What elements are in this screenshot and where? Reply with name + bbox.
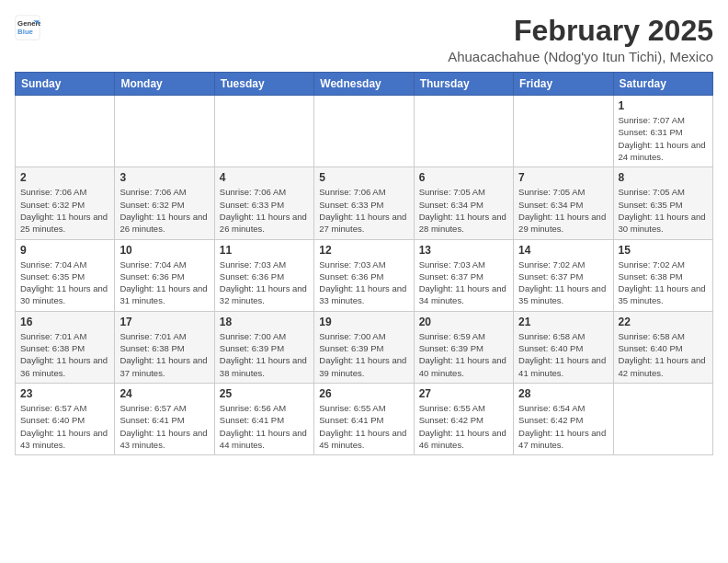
logo-icon: General Blue — [15, 15, 40, 40]
calendar-cell: 24Sunrise: 6:57 AM Sunset: 6:41 PM Dayli… — [115, 383, 214, 454]
calendar-cell — [214, 96, 313, 167]
calendar-header-sunday: Sunday — [16, 73, 115, 96]
day-info: Sunrise: 7:03 AM Sunset: 6:36 PM Dayligh… — [220, 259, 309, 307]
day-number: 21 — [518, 316, 608, 328]
day-number: 24 — [119, 387, 209, 400]
day-number: 17 — [119, 316, 209, 328]
day-info: Sunrise: 6:55 AM Sunset: 6:41 PM Dayligh… — [319, 402, 408, 451]
day-number: 20 — [419, 316, 508, 328]
calendar-header-thursday: Thursday — [414, 73, 513, 96]
day-info: Sunrise: 7:05 AM Sunset: 6:34 PM Dayligh… — [518, 186, 608, 235]
day-number: 7 — [518, 171, 608, 184]
calendar-cell: 3Sunrise: 7:06 AM Sunset: 6:32 PM Daylig… — [115, 167, 214, 239]
calendar-cell: 12Sunrise: 7:03 AM Sunset: 6:36 PM Dayli… — [314, 239, 414, 311]
day-info: Sunrise: 7:04 AM Sunset: 6:36 PM Dayligh… — [119, 259, 209, 307]
calendar-cell — [414, 96, 513, 167]
calendar-cell: 23Sunrise: 6:57 AM Sunset: 6:40 PM Dayli… — [16, 383, 115, 454]
calendar-header-monday: Monday — [115, 73, 214, 96]
day-info: Sunrise: 6:57 AM Sunset: 6:40 PM Dayligh… — [20, 402, 109, 451]
calendar-cell: 2Sunrise: 7:06 AM Sunset: 6:32 PM Daylig… — [16, 167, 115, 239]
day-info: Sunrise: 7:04 AM Sunset: 6:35 PM Dayligh… — [20, 259, 109, 307]
day-number: 28 — [518, 387, 608, 400]
calendar-cell: 17Sunrise: 7:01 AM Sunset: 6:38 PM Dayli… — [115, 311, 214, 383]
day-number: 26 — [319, 387, 408, 400]
day-number: 19 — [319, 316, 408, 328]
calendar-header-tuesday: Tuesday — [214, 73, 313, 96]
day-number: 25 — [220, 387, 309, 400]
day-number: 12 — [319, 244, 408, 257]
day-info: Sunrise: 7:06 AM Sunset: 6:32 PM Dayligh… — [119, 186, 209, 235]
calendar-cell: 25Sunrise: 6:56 AM Sunset: 6:41 PM Dayli… — [214, 383, 313, 454]
day-number: 11 — [220, 244, 309, 257]
day-number: 10 — [119, 244, 209, 257]
calendar-cell: 10Sunrise: 7:04 AM Sunset: 6:36 PM Dayli… — [115, 239, 214, 311]
calendar-cell — [514, 96, 613, 167]
day-info: Sunrise: 7:02 AM Sunset: 6:38 PM Dayligh… — [619, 259, 708, 307]
calendar-cell: 22Sunrise: 6:58 AM Sunset: 6:40 PM Dayli… — [613, 311, 712, 383]
calendar-cell: 27Sunrise: 6:55 AM Sunset: 6:42 PM Dayli… — [414, 383, 513, 454]
calendar-cell: 9Sunrise: 7:04 AM Sunset: 6:35 PM Daylig… — [16, 239, 115, 311]
calendar-cell: 16Sunrise: 7:01 AM Sunset: 6:38 PM Dayli… — [16, 311, 115, 383]
day-number: 14 — [518, 244, 608, 257]
calendar-week-0: 1Sunrise: 7:07 AM Sunset: 6:31 PM Daylig… — [16, 96, 713, 167]
calendar-cell: 28Sunrise: 6:54 AM Sunset: 6:42 PM Dayli… — [514, 383, 613, 454]
calendar-week-3: 16Sunrise: 7:01 AM Sunset: 6:38 PM Dayli… — [16, 311, 713, 383]
day-info: Sunrise: 6:56 AM Sunset: 6:41 PM Dayligh… — [220, 402, 309, 451]
month-title: February 2025 — [448, 15, 713, 47]
calendar-cell: 4Sunrise: 7:06 AM Sunset: 6:33 PM Daylig… — [214, 167, 313, 239]
day-info: Sunrise: 7:05 AM Sunset: 6:35 PM Dayligh… — [619, 186, 708, 235]
day-info: Sunrise: 7:00 AM Sunset: 6:39 PM Dayligh… — [319, 330, 408, 379]
day-number: 18 — [220, 316, 309, 328]
day-number: 6 — [419, 171, 508, 184]
calendar-cell: 11Sunrise: 7:03 AM Sunset: 6:36 PM Dayli… — [214, 239, 313, 311]
calendar-cell: 20Sunrise: 6:59 AM Sunset: 6:39 PM Dayli… — [414, 311, 513, 383]
calendar-cell: 6Sunrise: 7:05 AM Sunset: 6:34 PM Daylig… — [414, 167, 513, 239]
day-info: Sunrise: 7:03 AM Sunset: 6:37 PM Dayligh… — [419, 259, 508, 307]
day-number: 22 — [619, 316, 708, 328]
day-info: Sunrise: 7:00 AM Sunset: 6:39 PM Dayligh… — [220, 330, 309, 379]
svg-text:Blue: Blue — [17, 28, 34, 36]
calendar-cell: 18Sunrise: 7:00 AM Sunset: 6:39 PM Dayli… — [214, 311, 313, 383]
day-info: Sunrise: 6:55 AM Sunset: 6:42 PM Dayligh… — [419, 402, 508, 451]
calendar-cell: 26Sunrise: 6:55 AM Sunset: 6:41 PM Dayli… — [314, 383, 414, 454]
day-number: 4 — [220, 171, 309, 184]
calendar-cell: 5Sunrise: 7:06 AM Sunset: 6:33 PM Daylig… — [314, 167, 414, 239]
day-info: Sunrise: 7:01 AM Sunset: 6:38 PM Dayligh… — [119, 330, 209, 379]
calendar-cell: 14Sunrise: 7:02 AM Sunset: 6:37 PM Dayli… — [514, 239, 613, 311]
day-number: 13 — [419, 244, 508, 257]
day-number: 8 — [619, 171, 708, 184]
calendar-cell: 8Sunrise: 7:05 AM Sunset: 6:35 PM Daylig… — [613, 167, 712, 239]
calendar-week-1: 2Sunrise: 7:06 AM Sunset: 6:32 PM Daylig… — [16, 167, 713, 239]
day-number: 15 — [619, 244, 708, 257]
day-info: Sunrise: 7:06 AM Sunset: 6:33 PM Dayligh… — [319, 186, 408, 235]
calendar: SundayMondayTuesdayWednesdayThursdayFrid… — [15, 72, 713, 455]
day-number: 3 — [119, 171, 209, 184]
logo: General Blue — [15, 15, 40, 40]
calendar-header-wednesday: Wednesday — [314, 73, 414, 96]
calendar-cell — [16, 96, 115, 167]
day-info: Sunrise: 7:05 AM Sunset: 6:34 PM Dayligh… — [419, 186, 508, 235]
day-number: 16 — [20, 316, 109, 328]
day-info: Sunrise: 6:58 AM Sunset: 6:40 PM Dayligh… — [518, 330, 608, 379]
calendar-cell: 13Sunrise: 7:03 AM Sunset: 6:37 PM Dayli… — [414, 239, 513, 311]
calendar-week-2: 9Sunrise: 7:04 AM Sunset: 6:35 PM Daylig… — [16, 239, 713, 311]
day-number: 1 — [619, 99, 708, 112]
header: General Blue February 2025 Ahuacachahue … — [15, 15, 713, 64]
day-info: Sunrise: 6:54 AM Sunset: 6:42 PM Dayligh… — [518, 402, 608, 451]
calendar-header-row: SundayMondayTuesdayWednesdayThursdayFrid… — [16, 73, 713, 96]
calendar-cell: 21Sunrise: 6:58 AM Sunset: 6:40 PM Dayli… — [514, 311, 613, 383]
day-number: 23 — [20, 387, 109, 400]
calendar-header-friday: Friday — [514, 73, 613, 96]
calendar-cell: 19Sunrise: 7:00 AM Sunset: 6:39 PM Dayli… — [314, 311, 414, 383]
calendar-header-saturday: Saturday — [613, 73, 712, 96]
day-info: Sunrise: 6:57 AM Sunset: 6:41 PM Dayligh… — [119, 402, 209, 451]
day-info: Sunrise: 7:06 AM Sunset: 6:33 PM Dayligh… — [220, 186, 309, 235]
calendar-cell: 1Sunrise: 7:07 AM Sunset: 6:31 PM Daylig… — [613, 96, 712, 167]
day-info: Sunrise: 7:02 AM Sunset: 6:37 PM Dayligh… — [518, 259, 608, 307]
calendar-week-4: 23Sunrise: 6:57 AM Sunset: 6:40 PM Dayli… — [16, 383, 713, 454]
day-info: Sunrise: 7:01 AM Sunset: 6:38 PM Dayligh… — [20, 330, 109, 379]
day-info: Sunrise: 7:07 AM Sunset: 6:31 PM Dayligh… — [619, 114, 708, 163]
location-title: Ahuacachahue (Ndog'yo Itun Tichi), Mexic… — [448, 49, 713, 64]
calendar-cell: 7Sunrise: 7:05 AM Sunset: 6:34 PM Daylig… — [514, 167, 613, 239]
day-number: 5 — [319, 171, 408, 184]
